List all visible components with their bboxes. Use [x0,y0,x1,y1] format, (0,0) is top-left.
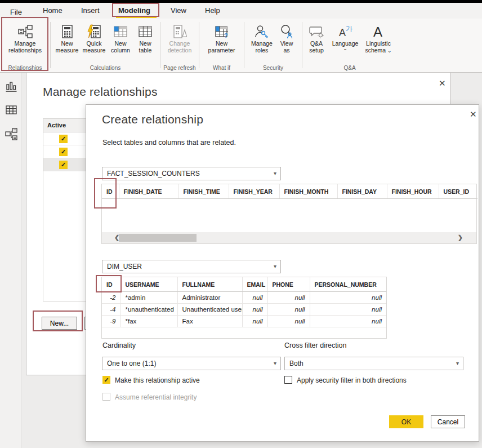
table1-col-finish-month[interactable]: FINISH_MONTH [279,184,337,199]
report-view-icon[interactable] [5,81,17,93]
table2-col-username[interactable]: USERNAME [120,277,177,292]
cardinality-label: Cardinality [102,341,136,349]
new-parameter-button[interactable]: ? New parameter [205,23,239,54]
ribbon-group-calculations: New measure Quick measure New column [51,19,160,72]
quick-measure-button[interactable]: Quick measure [81,23,108,54]
table1-col-finish-day[interactable]: FINISH_DAY [337,184,387,199]
linguistic-schema-icon: A [371,23,386,40]
security-filter-checkbox[interactable] [284,376,292,384]
menu-view[interactable]: View [171,6,186,15]
manage-relationships-icon [17,23,33,40]
menu-file[interactable]: File [10,8,22,16]
menu-home[interactable]: Home [43,6,63,15]
create-relationship-dialog: Create relationship ✕ Select tables and … [86,104,479,442]
close-icon[interactable]: ✕ [439,78,446,88]
new-table-button[interactable]: New table [133,23,157,54]
table2-col-email[interactable]: EMAIL [242,277,267,292]
cross-filter-label: Cross filter direction [284,341,346,349]
menu-insert[interactable]: Insert [81,6,100,15]
relationship-row-selected[interactable]: ✓ [43,158,86,171]
qa-setup-icon [309,23,324,40]
svg-text:가: 가 [346,25,352,33]
make-active-option[interactable]: ✓ Make this relationship active [102,376,200,384]
dropdown-arrow-icon: ▾ [274,360,276,366]
manage-roles-button[interactable]: Manage roles [248,23,275,54]
table1-col-id[interactable]: ID [102,184,119,199]
model-view-icon[interactable] [5,127,17,140]
linguistic-schema-button[interactable]: A Linguistic schema ⌄ [361,23,396,54]
cancel-button[interactable]: Cancel [431,415,465,428]
new-table-icon [138,23,153,40]
view-as-button[interactable]: View as [275,23,298,54]
table2-col-fullname[interactable]: FULLNAME [177,277,242,292]
table1-col-finish-date[interactable]: FINISH_DATE [119,184,178,199]
active-column-header[interactable]: Active [43,119,86,132]
ribbon-group-security: Manage roles View as Security [244,19,302,72]
chevron-down-icon: ⌄ [387,48,392,54]
table1-col-finish-hour[interactable]: FINISH_HOUR [387,184,439,199]
manage-relationships-button[interactable]: Manage relationships [2,23,49,54]
relationships-table: Active ✓ ✓ ✓ [43,118,86,301]
dropdown-arrow-icon: ▾ [274,263,276,269]
menu-bar: File Home Insert Modeling View Help [0,3,482,19]
group-label-what-if: What if [199,65,244,71]
menu-modeling[interactable]: Modeling [118,6,150,15]
quick-measure-icon [87,23,101,40]
ribbon-group-relationships: Manage relationships Relationships [0,19,50,72]
relationship-row[interactable]: ✓ [43,132,86,145]
data-view-icon[interactable] [5,104,17,116]
table-row[interactable]: -2 *admin Administrator null null null [102,292,386,304]
powerbi-window: File Home Insert Modeling View Help Mana… [0,0,482,448]
referential-integrity-checkbox [102,393,110,401]
group-label-calculations: Calculations [51,65,160,71]
new-measure-button[interactable]: New measure [53,23,81,54]
ribbon-group-what-if: ? New parameter What if [199,19,244,72]
table1-col-user-id[interactable]: USER_ID [439,184,477,199]
scrollbar-thumb[interactable] [119,234,197,242]
new-relationship-button[interactable]: New... [42,317,77,330]
close-icon[interactable]: ✕ [470,109,477,119]
manage-roles-icon [255,23,269,40]
change-detection-button: Change detection [164,23,195,54]
ribbon-group-qa: Q&A setup A가 Language ⌄ A Linguistic sch… [302,19,397,72]
active-checkbox[interactable]: ✓ [59,161,68,169]
security-filter-option[interactable]: Apply security filter in both directions [284,376,407,384]
manage-dialog-title: Manage relationships [43,85,158,99]
table2-col-id[interactable]: ID [102,277,120,292]
table1-select[interactable]: FACT_SESSION_COUNTERS ▾ [102,167,281,180]
table2-col-personal-number[interactable]: PERSONAL_NUMBER [310,277,386,292]
scroll-right-icon[interactable]: ❯ [458,234,463,241]
table1-col-finish-time[interactable]: FINISH_TIME [178,184,229,199]
table2-select[interactable]: DIM_USER ▾ [102,260,281,273]
make-active-checkbox[interactable]: ✓ [102,376,110,384]
group-label-page-refresh: Page refresh [160,65,199,71]
ribbon: Manage relationships Relationships New m… [0,19,482,73]
table-row[interactable]: -4 *unauthenticated Unauthenticated user… [102,304,386,316]
table2-header-row: ID USERNAME FULLNAME EMAIL PHONE PERSONA… [102,277,386,292]
table-row[interactable]: -9 *fax Fax null null null [102,316,386,327]
group-label-qa: Q&A [302,65,397,71]
view-as-icon [279,23,294,40]
chevron-down-icon: ⌄ [343,47,347,51]
table1-horizontal-scrollbar[interactable]: ❮ ❯ [102,232,476,243]
ribbon-group-page-refresh: Change detection Page refresh [160,19,199,72]
table1-preview: ID FINISH_DATE FINISH_TIME FINISH_YEAR F… [101,184,477,244]
new-measure-icon [60,23,74,40]
new-column-button[interactable]: New column [108,23,133,54]
qa-setup-button[interactable]: Q&A setup [304,23,329,54]
language-button[interactable]: A가 Language ⌄ [329,23,361,51]
dropdown-arrow-icon: ▾ [456,360,459,366]
active-checkbox[interactable]: ✓ [59,148,68,156]
ok-button[interactable]: OK [389,415,423,428]
menu-help[interactable]: Help [205,6,220,15]
cross-filter-select[interactable]: Both ▾ [284,357,463,370]
language-icon: A가 [337,23,353,40]
dialog-subtitle: Select tables and columns that are relat… [102,139,236,147]
active-checkbox[interactable]: ✓ [59,135,68,143]
table2-col-phone[interactable]: PHONE [267,277,310,292]
svg-text:?: ? [224,32,228,39]
svg-text:A: A [339,27,346,38]
table1-col-finish-year[interactable]: FINISH_YEAR [229,184,279,199]
relationship-row[interactable]: ✓ [43,145,86,158]
cardinality-select[interactable]: One to one (1:1) ▾ [102,357,281,370]
